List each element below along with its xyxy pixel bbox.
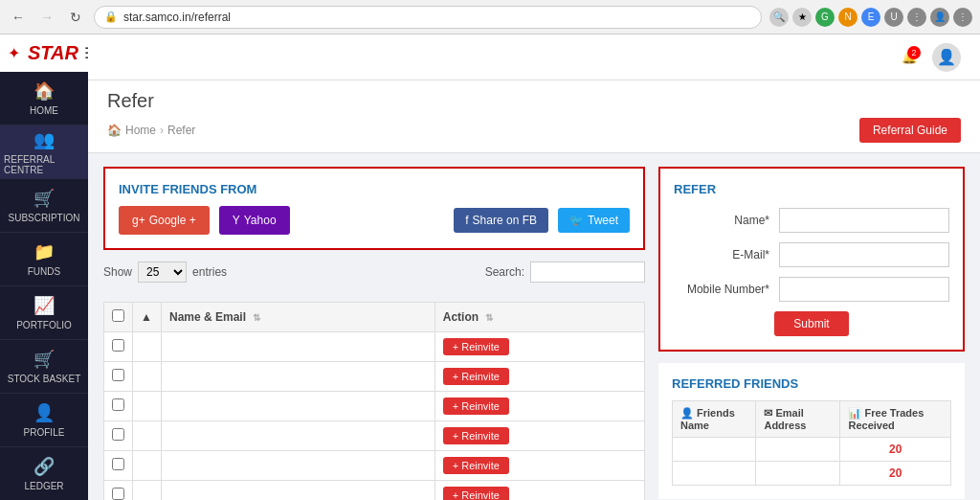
col-sort: ▲ <box>133 303 162 332</box>
referral-guide-button[interactable]: Referral Guide <box>859 118 961 143</box>
row-checkbox-1[interactable] <box>112 339 124 352</box>
google-plus-button[interactable]: g+ Google + <box>119 206 210 235</box>
reinvite-button-1[interactable]: + Reinvite <box>443 338 509 355</box>
subscription-icon: 🛒 <box>33 188 55 209</box>
browser-icon-4: N <box>838 8 858 27</box>
breadcrumb-home-link[interactable]: Home <box>125 124 156 137</box>
referral-icon: 👥 <box>33 129 55 150</box>
email-icon: ✉ <box>764 407 772 419</box>
row-name-1 <box>162 332 435 362</box>
table-row: + Reinvite <box>104 332 645 362</box>
show-entries: Show 10 25 50 100 entries <box>103 261 227 283</box>
reinvite-button-2[interactable]: + Reinvite <box>443 368 509 385</box>
notification-badge: 2 <box>907 46 921 59</box>
forward-button[interactable]: → <box>36 7 57 28</box>
tweet-button[interactable]: 🐦 Tweet <box>558 208 630 233</box>
sidebar-label-referral: REFERRAL CENTRE <box>4 154 84 175</box>
ref-friend-name-2 <box>673 462 756 486</box>
row-name-3 <box>162 392 435 421</box>
top-bar: 🔔 2 👤 <box>88 34 980 80</box>
row-name-6 <box>162 481 435 501</box>
show-label: Show <box>103 265 132 279</box>
user-avatar[interactable]: 👤 <box>932 43 961 72</box>
yahoo-button[interactable]: Y Yahoo <box>219 206 290 235</box>
row-checkbox-4[interactable] <box>112 428 124 441</box>
invite-box: INVITE FRIENDS FROM g+ Google + Y Yahoo … <box>103 167 645 250</box>
reinvite-button-3[interactable]: + Reinvite <box>443 398 509 415</box>
entries-select[interactable]: 10 25 50 100 <box>138 261 187 283</box>
action-sort-icon: ⇅ <box>485 312 493 323</box>
ref-friend-trades-2: 20 <box>840 462 951 486</box>
name-row: Name* <box>674 208 949 233</box>
home-icon: 🏠 <box>33 80 55 102</box>
sidebar-item-ledger[interactable]: 🔗 LEDGER <box>0 447 88 500</box>
reinvite-button-4[interactable]: + Reinvite <box>443 427 509 444</box>
referred-row: 20 <box>673 438 951 462</box>
google-plus-icon: g+ <box>132 214 145 227</box>
ref-col-email: ✉ Email Address <box>756 401 840 438</box>
row-checkbox-5[interactable] <box>112 458 124 470</box>
table-row: + Reinvite <box>104 481 645 501</box>
browser-icon-5: E <box>861 8 880 27</box>
table-row: + Reinvite <box>104 392 645 421</box>
right-column: REFER Name* E-Mail* Mobile Number* Submi… <box>658 167 965 500</box>
browser-icons: 🔍 ★ G N E U ⋮ 👤 ⋮ <box>769 8 972 27</box>
sidebar-item-home[interactable]: 🏠 HOME <box>0 72 88 125</box>
logo-star: ✦ <box>8 44 20 62</box>
left-column: INVITE FRIENDS FROM g+ Google + Y Yahoo … <box>103 167 645 500</box>
referred-friends-table: 👤 Friends Name ✉ Email Address 📊 Free Tr <box>672 400 951 486</box>
col-action: Action ⇅ <box>434 303 644 332</box>
referred-friends-title: REFERRED FRIENDS <box>672 376 951 391</box>
sidebar-label-portfolio: PORTFOLIO <box>16 320 72 330</box>
name-input[interactable] <box>779 208 949 233</box>
search-input[interactable] <box>530 261 645 283</box>
ledger-icon: 🔗 <box>33 456 55 477</box>
share-facebook-button[interactable]: f Share on FB <box>454 208 548 233</box>
table-controls: Show 10 25 50 100 entries Search: <box>103 261 645 283</box>
row-name-2 <box>162 362 435 392</box>
browser-icon-8: 👤 <box>930 8 949 27</box>
sidebar-item-stockbasket[interactable]: 🛒 STOCK BASKET <box>0 340 88 394</box>
table-row: + Reinvite <box>104 421 645 451</box>
sidebar-item-portfolio[interactable]: 📈 PORTFOLIO <box>0 286 88 340</box>
row-name-4 <box>162 421 435 451</box>
row-checkbox-2[interactable] <box>112 369 124 381</box>
back-button[interactable]: ← <box>8 7 29 28</box>
invite-title: INVITE FRIENDS FROM <box>119 182 630 196</box>
lock-icon: 🔒 <box>104 11 118 23</box>
browser-icon-3: G <box>815 8 835 27</box>
sidebar-label-home: HOME <box>30 105 58 116</box>
ref-friend-name-1 <box>673 438 756 462</box>
select-all-checkbox[interactable] <box>112 309 124 322</box>
row-checkbox-3[interactable] <box>112 398 124 411</box>
breadcrumb-current: Refer <box>167 124 195 137</box>
page-header: Refer 🏠 Home › Refer Referral Guide <box>88 80 980 153</box>
reload-button[interactable]: ↻ <box>65 7 86 28</box>
email-row: E-Mail* <box>674 242 949 267</box>
content-body: INVITE FRIENDS FROM g+ Google + Y Yahoo … <box>88 153 980 500</box>
browser-icon-2: ★ <box>792 8 812 27</box>
mobile-input[interactable] <box>779 277 949 302</box>
portfolio-icon: 📈 <box>33 295 55 316</box>
funds-icon: 📁 <box>33 241 55 262</box>
ref-friend-email-1 <box>756 438 840 462</box>
trades-icon: 📊 <box>848 407 861 419</box>
sidebar-item-subscription[interactable]: 🛒 SUBSCRIPTION <box>0 179 88 233</box>
sidebar-label-funds: FUNDS <box>28 266 60 277</box>
email-input[interactable] <box>779 242 949 267</box>
reinvite-button-6[interactable]: + Reinvite <box>443 487 509 500</box>
page-title: Refer <box>107 90 154 112</box>
sidebar-item-profile[interactable]: 👤 PROFILE <box>0 394 88 447</box>
browser-icon-7: ⋮ <box>907 8 926 27</box>
stockbasket-icon: 🛒 <box>33 349 55 370</box>
reinvite-button-5[interactable]: + Reinvite <box>443 457 509 474</box>
sidebar-item-referral[interactable]: 👥 REFERRAL CENTRE <box>0 125 88 179</box>
row-name-5 <box>162 451 435 481</box>
yahoo-icon: Y <box>233 214 240 227</box>
notification-icon[interactable]: 🔔 2 <box>902 50 917 64</box>
submit-button[interactable]: Submit <box>774 311 848 336</box>
address-bar[interactable]: 🔒 star.samco.in/referral <box>94 6 762 29</box>
sidebar-item-funds[interactable]: 📁 FUNDS <box>0 233 88 286</box>
name-label: Name* <box>674 214 769 227</box>
row-checkbox-6[interactable] <box>112 488 124 500</box>
